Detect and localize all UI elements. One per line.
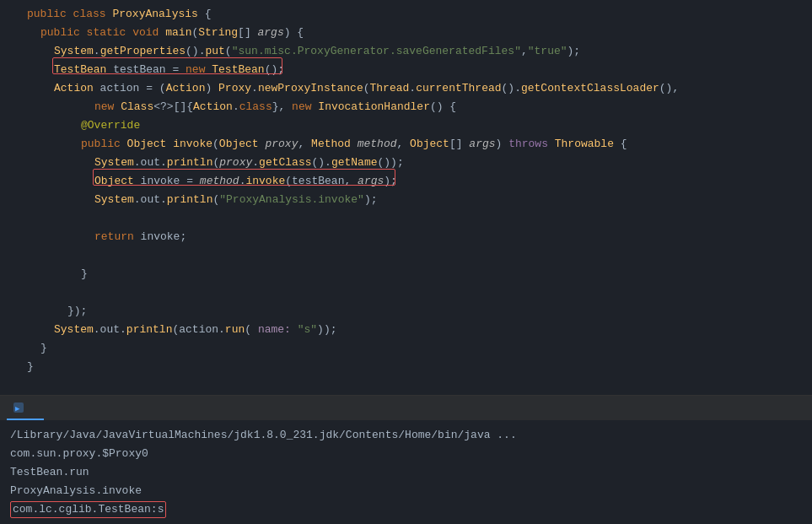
code-line: } [27, 339, 812, 358]
code-line: System.out.println(proxy.getClass().getN… [27, 154, 812, 172]
bottom-panel: ▶ /Library/Java/JavaVirtualMachines/jdk1… [0, 395, 812, 524]
code-line: return invoke; [27, 228, 812, 246]
output-line: /Library/Java/JavaVirtualMachines/jdk1.8… [10, 426, 802, 445]
code-line: public Object invoke(Object proxy, Metho… [27, 135, 812, 154]
code-line: }); [27, 302, 812, 321]
code-line: System.out.println(action.run( name: "s"… [27, 321, 812, 339]
editor-gutter [0, 0, 24, 395]
code-line: Object invoke = method.invoke(testBean, … [27, 172, 812, 191]
code-editor: public class ProxyAnalysis {public stati… [0, 0, 812, 395]
output-line: com.sun.proxy.$Proxy0 [10, 445, 802, 463]
output-highlight-box: com.lc.cglib.TestBean:s [10, 501, 166, 518]
run-icon: ▶ [13, 402, 24, 413]
output-line: TestBean.run [10, 463, 802, 482]
code-line: new Class<?>[]{Action.class}, new Invoca… [27, 98, 812, 116]
code-line: } [27, 358, 812, 376]
code-line: System.getProperties().put("sun.misc.Pro… [27, 42, 812, 61]
code-line: public class ProxyAnalysis { [27, 5, 812, 24]
code-line: System.out.println("ProxyAnalysis.invoke… [27, 191, 812, 209]
code-line: public static void main(String[] args) { [27, 24, 812, 42]
code-line: Action action = (Action) Proxy.newProxyI… [27, 79, 812, 98]
panel-tab-bar: ▶ [0, 396, 812, 421]
code-line: @Override [27, 116, 812, 135]
output-line: ProxyAnalysis.invoke [10, 482, 802, 500]
code-line [27, 209, 812, 228]
code-line [27, 246, 812, 265]
code-line: TestBean testBean = new TestBean(); [27, 61, 812, 79]
code-line [27, 284, 812, 302]
code-lines: public class ProxyAnalysis {public stati… [24, 0, 812, 395]
svg-text:▶: ▶ [15, 405, 20, 413]
panel-output: /Library/Java/JavaVirtualMachines/jdk1.8… [0, 421, 812, 524]
output-line: com.lc.cglib.TestBean:s [10, 500, 802, 519]
code-line: } [27, 265, 812, 284]
run-tab[interactable]: ▶ [7, 396, 44, 420]
